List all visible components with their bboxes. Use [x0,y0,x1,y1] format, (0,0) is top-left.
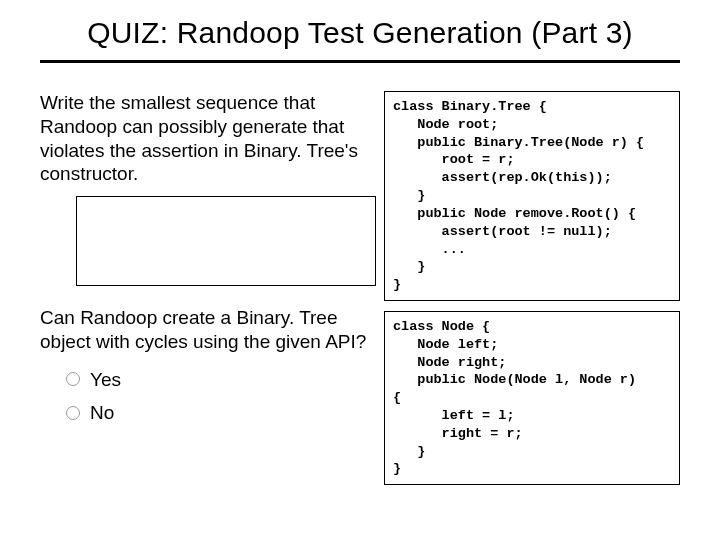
option-yes-label: Yes [90,368,121,392]
option-yes[interactable]: Yes [66,368,376,392]
question-2-text: Can Randoop create a Binary. Tree object… [40,306,376,354]
two-column-layout: Write the smallest sequence that Randoop… [40,91,680,485]
code-binary-tree: class Binary.Tree { Node root; public Bi… [384,91,680,301]
code-node: class Node { Node left; Node right; publ… [384,311,680,485]
option-no-label: No [90,401,114,425]
option-no[interactable]: No [66,401,376,425]
slide: QUIZ: Randoop Test Generation (Part 3) W… [0,0,720,540]
left-column: Write the smallest sequence that Randoop… [40,91,376,485]
radio-icon[interactable] [66,372,80,386]
answer-input-box[interactable] [76,196,376,286]
right-column: class Binary.Tree { Node root; public Bi… [384,91,680,485]
page-title: QUIZ: Randoop Test Generation (Part 3) [40,16,680,50]
divider [40,60,680,63]
question-1-text: Write the smallest sequence that Randoop… [40,91,376,186]
radio-icon[interactable] [66,406,80,420]
radio-group: Yes No [66,368,376,426]
